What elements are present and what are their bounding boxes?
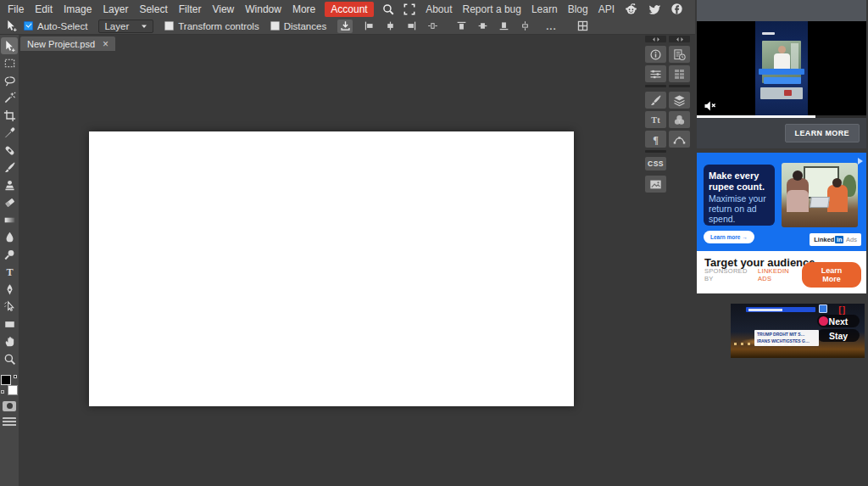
path-select-tool[interactable] xyxy=(1,299,18,316)
character-panel-button[interactable]: Tt xyxy=(645,111,666,128)
layers-panel-button[interactable] xyxy=(669,92,690,109)
heal-tool[interactable] xyxy=(1,142,18,159)
learn-more-pill[interactable]: Learn more → xyxy=(704,231,754,243)
learn-more-orange-button[interactable]: Learn More xyxy=(802,262,861,288)
dodge-tool[interactable] xyxy=(1,246,18,263)
text-tool[interactable]: T xyxy=(1,264,18,281)
eyedropper-tool[interactable] xyxy=(1,125,18,142)
search-icon[interactable] xyxy=(381,3,395,16)
distances-checkbox[interactable] xyxy=(270,21,280,31)
history-panel-button[interactable] xyxy=(669,46,690,63)
adjust-panel-button[interactable] xyxy=(645,65,666,82)
menu-item-image[interactable]: Image xyxy=(63,3,92,15)
next-button[interactable]: Next xyxy=(817,315,860,327)
default-colors-icon[interactable] xyxy=(14,375,17,378)
menu-item-more[interactable]: More xyxy=(292,3,316,15)
video-ad-player[interactable] xyxy=(697,21,866,115)
svg-text:Tt: Tt xyxy=(651,115,660,125)
learn-more-button[interactable]: LEARN MORE xyxy=(785,124,860,142)
news-caption-line: IRANS WICHTIGSTES G… xyxy=(757,338,816,345)
menu-item-file[interactable]: File xyxy=(7,3,25,15)
collapse-panel-icon[interactable] xyxy=(669,36,690,42)
account-button[interactable]: Account xyxy=(325,2,373,17)
reddit-icon[interactable] xyxy=(625,3,637,15)
panel-grid-panel-button[interactable] xyxy=(669,65,690,82)
video-subtitle-bar xyxy=(759,69,804,75)
blur-tool[interactable] xyxy=(1,229,18,246)
pen-tool[interactable] xyxy=(1,281,18,298)
sponsor-name[interactable]: LINKEDIN ADS xyxy=(758,267,802,282)
brush-tool[interactable] xyxy=(1,159,18,176)
brush-panel-button[interactable] xyxy=(645,92,666,109)
collapse-panel-icon[interactable] xyxy=(645,36,666,42)
menu-item-window[interactable]: Window xyxy=(244,3,282,15)
arrange-windows-icon[interactable] xyxy=(576,20,591,33)
muted-speaker-icon[interactable] xyxy=(704,100,717,112)
video-ad[interactable]: LEARN MORE xyxy=(697,0,866,148)
screen-mode-button[interactable] xyxy=(3,417,16,427)
copy-merged-button[interactable] xyxy=(337,20,353,33)
foreground-color-swatch[interactable] xyxy=(1,375,11,385)
panel-column-1: Tt¶CSS xyxy=(645,36,666,195)
distribute-v-icon[interactable] xyxy=(517,20,532,33)
document-tab[interactable]: New Project.psd × xyxy=(20,36,115,51)
distances-checkbox-wrap[interactable]: Distances xyxy=(270,21,327,31)
auto-select-checkbox[interactable] xyxy=(24,21,33,31)
auto-select-checkbox-wrap[interactable]: Auto-Select xyxy=(24,21,87,31)
lasso-tool[interactable] xyxy=(1,72,18,89)
menu-item-view[interactable]: View xyxy=(211,3,235,15)
menu-item-layer[interactable]: Layer xyxy=(102,3,129,15)
menu-item-filter[interactable]: Filter xyxy=(178,3,203,15)
adchoices-icon[interactable] xyxy=(856,154,865,162)
align-middle-icon[interactable] xyxy=(475,20,490,33)
distribute-h-icon[interactable] xyxy=(425,20,440,33)
align-left-icon[interactable] xyxy=(361,20,376,33)
align-right-icon[interactable] xyxy=(403,20,419,33)
info-panel-button[interactable] xyxy=(645,46,666,63)
image-panel-button[interactable] xyxy=(645,176,666,193)
canvas[interactable] xyxy=(89,131,574,406)
fullscreen-icon[interactable] xyxy=(403,3,416,16)
align-center-h-icon[interactable] xyxy=(382,20,398,33)
auto-select-target-dropdown[interactable]: Layer xyxy=(98,20,153,33)
background-color-swatch[interactable] xyxy=(8,385,18,395)
clone-tool[interactable] xyxy=(1,176,18,193)
menu-item-select[interactable]: Select xyxy=(138,3,168,15)
quick-mask-button[interactable] xyxy=(3,401,16,411)
hand-tool[interactable] xyxy=(1,333,18,350)
shape-tool[interactable] xyxy=(1,316,18,332)
menu-link-about[interactable]: About xyxy=(426,3,452,15)
swap-colors-icon[interactable] xyxy=(1,390,4,394)
news-video-ad[interactable]: [] Next Stay TRUMP DROHT MIT S… IRANS WI… xyxy=(731,304,865,358)
wand-tool[interactable] xyxy=(1,90,18,107)
crop-tool[interactable] xyxy=(1,107,18,124)
swatches-panel-button[interactable] xyxy=(669,111,690,128)
curve-panel-button[interactable] xyxy=(669,131,690,148)
menu-item-edit[interactable]: Edit xyxy=(34,3,53,15)
transform-controls-checkbox[interactable] xyxy=(164,21,174,31)
menu-link-blog[interactable]: Blog xyxy=(568,3,588,15)
menu-link-report-a-bug[interactable]: Report a bug xyxy=(463,3,521,15)
align-top-icon[interactable] xyxy=(453,20,469,33)
zoom-tool[interactable] xyxy=(1,350,18,367)
close-icon[interactable]: × xyxy=(103,39,108,49)
more-align-options[interactable]: ... xyxy=(546,21,557,31)
align-bottom-icon[interactable] xyxy=(496,20,511,33)
stay-button[interactable]: Stay xyxy=(817,329,860,342)
marquee-tool[interactable] xyxy=(1,55,18,72)
linkedin-ad[interactable]: Make every rupee count. Maximise your re… xyxy=(697,153,866,293)
eraser-tool[interactable] xyxy=(1,194,18,211)
menu-link-learn[interactable]: Learn xyxy=(531,3,558,15)
news-ticker-bar xyxy=(746,307,815,312)
menu-link-api[interactable]: API xyxy=(598,3,615,15)
twitter-icon[interactable] xyxy=(648,3,660,15)
gradient-tool[interactable] xyxy=(1,211,18,228)
facebook-icon[interactable] xyxy=(670,3,683,15)
color-swatches[interactable] xyxy=(1,375,18,395)
paragraph-panel-button[interactable]: ¶ xyxy=(645,131,666,148)
move-tool[interactable] xyxy=(1,37,18,54)
linkedin-ad-creative[interactable]: Make every rupee count. Maximise your re… xyxy=(697,153,866,251)
photopea-app: FileEditImageLayerSelectFilterViewWindow… xyxy=(0,0,868,486)
css-panel-button[interactable]: CSS xyxy=(645,157,666,170)
transform-controls-checkbox-wrap[interactable]: Transform controls xyxy=(164,21,259,31)
